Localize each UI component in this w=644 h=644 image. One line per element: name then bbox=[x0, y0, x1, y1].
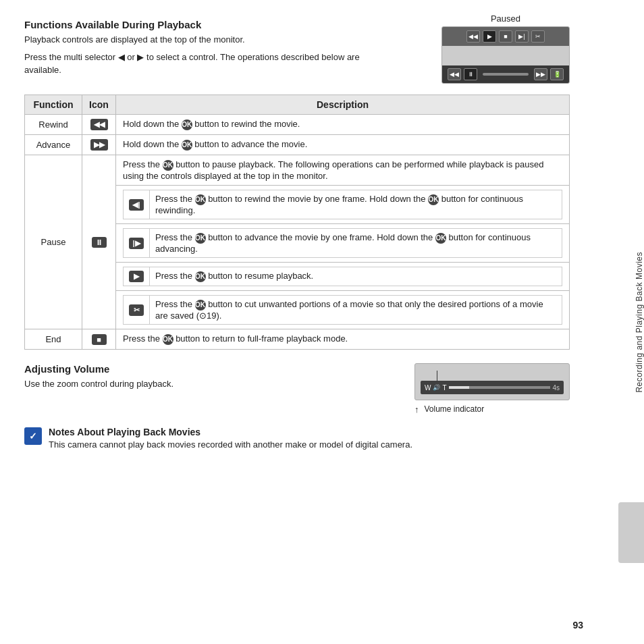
table-row: Advance ▶▶ Hold down the OK button to ad… bbox=[25, 135, 570, 155]
icon-end: ■ bbox=[82, 329, 116, 350]
notes-desc: This camera cannot play back movies reco… bbox=[49, 439, 412, 450]
ctrl-prev: ◀◀ bbox=[448, 68, 461, 80]
sidebar: Recording and Playing Back Movies bbox=[594, 0, 644, 644]
col-function: Function bbox=[25, 95, 82, 115]
desc-pause-main: Press the OK button to pause playback. T… bbox=[116, 155, 570, 186]
paused-diagram: Paused ◀◀ ▶ ■ ▶| ✂ ◀◀ ⏸ ▶▶ 🔋 bbox=[441, 14, 570, 84]
volume-caption: Volume indicator bbox=[425, 404, 485, 414]
desc2: Press the multi selector ◀ or ▶ to selec… bbox=[24, 51, 382, 77]
func-advance: Advance bbox=[25, 135, 82, 155]
ctrl-stop: ■ bbox=[499, 30, 512, 43]
desc-pause-trim: ✂ Press the OK button to cut unwanted po… bbox=[116, 291, 570, 329]
desc-rewind: Hold down the OK button to rewind the mo… bbox=[116, 115, 570, 135]
desc-end: Press the OK button to return to full-fr… bbox=[116, 329, 570, 350]
main-title: Functions Available During Playback bbox=[24, 19, 382, 30]
notes-content: Notes About Playing Back Movies This cam… bbox=[49, 427, 412, 450]
volume-section: Adjusting Volume Use the zoom control du… bbox=[24, 363, 570, 414]
icon-advance: ▶▶ bbox=[82, 135, 116, 155]
vol-fill bbox=[449, 386, 469, 389]
progress-bar bbox=[483, 73, 529, 76]
ctrl-advance: ▶| bbox=[515, 30, 529, 43]
vol-progress bbox=[449, 386, 551, 389]
ctrl-battery: 🔋 bbox=[550, 68, 564, 80]
table-row: End ■ Press the OK button to return to f… bbox=[25, 329, 570, 350]
func-end: End bbox=[25, 329, 82, 350]
icon-rewind: ◀◀ bbox=[82, 115, 116, 135]
intro-text-area: Functions Available During Playback Play… bbox=[24, 19, 382, 81]
vol-t: T bbox=[442, 384, 446, 392]
paused-image: ◀◀ ▶ ■ ▶| ✂ ◀◀ ⏸ ▶▶ 🔋 bbox=[441, 26, 570, 84]
ctrl-pause: ⏸ bbox=[464, 68, 477, 80]
paused-label: Paused bbox=[491, 14, 520, 24]
volume-title: Adjusting Volume bbox=[24, 363, 173, 375]
desc-pause-advance-frame: |▶ Press the OK button to advance the mo… bbox=[116, 224, 570, 263]
notes-icon: ✓ bbox=[24, 427, 42, 445]
desc1: Playback controls are displayed at the t… bbox=[24, 33, 382, 47]
ctrl-play: ▶ bbox=[483, 30, 496, 43]
vol-speaker-icon: 🔊 bbox=[433, 384, 440, 391]
volume-image: W 🔊 T 4s bbox=[414, 363, 570, 400]
ctrl-next: ▶▶ bbox=[534, 68, 547, 80]
icon-pause: ⏸ bbox=[82, 155, 116, 329]
ctrl-trim: ✂ bbox=[531, 30, 545, 43]
func-pause: Pause bbox=[25, 155, 82, 329]
vol-arrow-up: ↑ bbox=[414, 404, 419, 414]
volume-diagram: W 🔊 T 4s ↑ Volume indicator bbox=[414, 363, 570, 414]
sidebar-gray-box bbox=[618, 502, 644, 563]
notes-section: ✓ Notes About Playing Back Movies This c… bbox=[24, 427, 570, 450]
col-icon: Icon bbox=[82, 95, 116, 115]
page-number: 93 bbox=[572, 620, 583, 630]
table-row: Rewind ◀◀ Hold down the OK button to rew… bbox=[25, 115, 570, 135]
desc-advance: Hold down the OK button to advance the m… bbox=[116, 135, 570, 155]
func-rewind: Rewind bbox=[25, 115, 82, 135]
desc-pause-rewind-frame: ◀| Press the OK button to rewind the mov… bbox=[116, 186, 570, 224]
vol-time: 4s bbox=[552, 384, 560, 392]
volume-desc: Use the zoom control during playback. bbox=[24, 377, 173, 391]
vol-w: W bbox=[425, 384, 431, 392]
col-description: Description bbox=[116, 95, 570, 115]
table-row: Pause ⏸ Press the OK button to pause pla… bbox=[25, 155, 570, 186]
function-table: Function Icon Description Rewind ◀◀ Hold… bbox=[24, 95, 570, 350]
notes-title: Notes About Playing Back Movies bbox=[49, 427, 412, 437]
sidebar-text: Recording and Playing Back Movies bbox=[629, 252, 644, 393]
desc-pause-resume: ▶ Press the OK button to resume playback… bbox=[116, 263, 570, 291]
ctrl-rewind: ◀◀ bbox=[466, 30, 480, 43]
